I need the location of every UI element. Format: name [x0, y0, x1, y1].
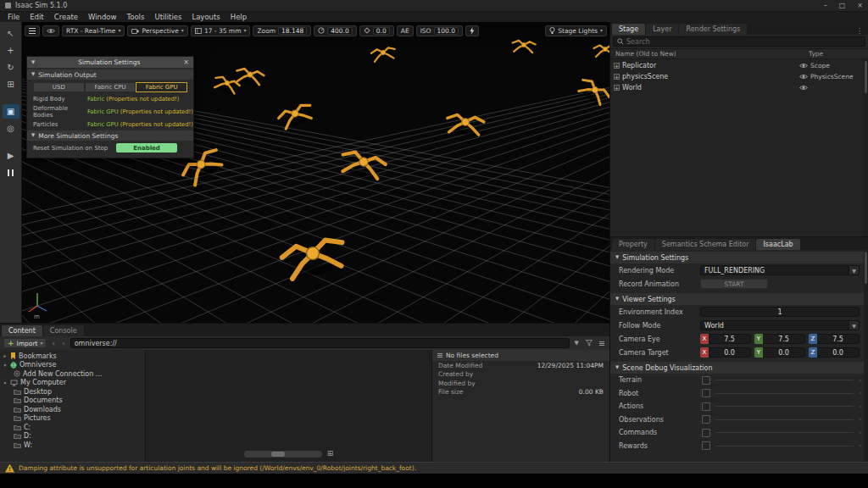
tree-item-bookmarks[interactable]: ▸ Bookmarks [0, 352, 145, 361]
search-box[interactable] [613, 36, 865, 47]
camera-eye-z[interactable]: 7.5 [817, 334, 860, 344]
stage-lights-dropdown[interactable]: Stage Lights ▾ [545, 25, 607, 36]
tree-item-d-drive[interactable]: D: [0, 432, 145, 441]
pause-button[interactable] [3, 165, 19, 180]
back-button[interactable]: ‹ [50, 339, 57, 347]
scrollbar-thumb[interactable] [865, 252, 867, 284]
stage-row-replicator[interactable]: + Replicator Scope [610, 60, 868, 71]
backend-usd[interactable]: USD [33, 82, 85, 92]
environment-index-field[interactable]: 1 [700, 307, 860, 317]
section-scene-debug-visualization[interactable]: ▼ Scene Debug Visualization [610, 362, 868, 374]
section-viewer-settings[interactable]: ▼ Viewer Settings [610, 293, 868, 305]
column-name[interactable]: Name (Old to New) [615, 50, 809, 58]
speed-control[interactable]: 400.0 [314, 25, 356, 36]
stage-row-world[interactable]: + World [610, 82, 868, 93]
expander-icon[interactable]: ▾ [3, 380, 8, 385]
import-button[interactable]: + Import ▾ [3, 338, 47, 348]
camera-target-x[interactable]: 0.0 [709, 347, 751, 358]
stage-row-physicsscene[interactable]: + physicsScene PhysicsScene [610, 71, 868, 82]
tree-item-my-computer[interactable]: ▾ My Computer [0, 379, 145, 388]
exposure-control[interactable]: 0.0 [359, 25, 394, 36]
stage-scrollbar[interactable] [864, 59, 868, 236]
zoom-control[interactable]: Zoom 18.148 [253, 25, 311, 36]
exposure-value[interactable]: 0.0 [373, 27, 390, 35]
path-input[interactable] [75, 340, 565, 347]
menu-create[interactable]: Create [49, 13, 83, 21]
renderer-dropdown[interactable]: RTX - Real-Time▾ [62, 25, 125, 36]
menu-edit[interactable]: Edit [25, 13, 48, 21]
iso-value[interactable]: 100.0 [434, 27, 459, 35]
minimize-button[interactable]: – [824, 2, 827, 9]
filter-icon[interactable] [584, 340, 594, 347]
viewport-menu-button[interactable] [25, 25, 40, 36]
section-simulation-settings[interactable]: ▼ Simulation Settings [610, 252, 868, 263]
backend-fabric-cpu[interactable]: Fabric CPU [85, 82, 136, 92]
start-button[interactable]: START [700, 279, 768, 289]
maximize-button[interactable]: □ [839, 2, 846, 9]
camera-target-y[interactable]: 0.0 [763, 347, 805, 358]
tab-content[interactable]: Content [2, 325, 42, 336]
menu-layouts[interactable]: Layouts [186, 13, 225, 21]
column-type[interactable]: Type [809, 50, 863, 58]
lens-dropdown[interactable]: 17 - 35 mm▾ [191, 25, 251, 36]
tab-property[interactable]: Property [612, 239, 654, 250]
chevron-down-icon[interactable]: ▼ [849, 266, 859, 274]
close-icon[interactable]: × [183, 58, 189, 66]
menu-utilities[interactable]: Utilities [149, 13, 186, 21]
tab-layer[interactable]: Layer [646, 24, 678, 35]
rendering-mode-dropdown[interactable]: FULL_RENDERING ▼ [700, 265, 860, 275]
path-bar[interactable] [70, 338, 570, 348]
expander-icon[interactable]: + [614, 74, 620, 80]
select-tool-button[interactable]: ↖ [3, 26, 19, 41]
enabled-toggle-button[interactable]: Enabled [116, 143, 177, 152]
visibility-button[interactable] [42, 25, 59, 36]
robot-checkbox[interactable] [702, 389, 710, 397]
observations-checkbox[interactable] [702, 415, 710, 424]
commands-checkbox[interactable] [702, 429, 710, 437]
tab-isaaclab[interactable]: IsaacLab [756, 239, 799, 250]
follow-mode-dropdown[interactable]: World ▼ [700, 320, 860, 330]
property-scrollbar[interactable] [864, 250, 868, 462]
menu-tools[interactable]: Tools [121, 13, 149, 21]
tree-item-w-drive[interactable]: W: [0, 441, 145, 450]
capture-button[interactable]: ▣ [3, 104, 19, 119]
menu-window[interactable]: Window [83, 13, 122, 21]
tree-item-downloads[interactable]: Downloads [0, 405, 145, 414]
expander-icon[interactable]: + [614, 63, 620, 69]
list-view-icon[interactable] [598, 343, 606, 344]
expander-icon[interactable]: ▾ [3, 363, 8, 368]
snap-tool-button[interactable]: ⊞ [3, 77, 19, 92]
record-button[interactable]: ◎ [3, 121, 19, 136]
camera-dropdown[interactable]: Perspective▾ [127, 25, 187, 36]
actions-checkbox[interactable] [702, 402, 710, 411]
tab-console[interactable]: Console [43, 325, 84, 336]
iso-control[interactable]: ISO 100.0 [416, 25, 463, 36]
move-tool-button[interactable]: + [3, 43, 19, 58]
chevron-down-icon[interactable]: ▼ [849, 321, 859, 330]
speed-value[interactable]: 400.0 [327, 27, 352, 35]
panel-header[interactable]: ▼ Simulation Settings × [27, 57, 193, 68]
tree-item-documents[interactable]: Documents [0, 396, 145, 406]
view-options-dropdown[interactable]: ▼ [573, 340, 581, 347]
tree-item-add-new-connection[interactable]: Add New Connection ... [0, 369, 145, 379]
tree-item-desktop[interactable]: Desktop [0, 387, 145, 396]
section-more-simulation-settings[interactable]: ▼ More Simulation Settings [27, 130, 193, 141]
panel-options-icon[interactable]: ⋮ [853, 27, 866, 35]
tab-render-settings[interactable]: Render Settings [679, 24, 747, 35]
tree-item-c-drive[interactable]: C: [0, 423, 145, 432]
section-simulation-output[interactable]: ▼ Simulation Output [27, 69, 193, 80]
menu-file[interactable]: File [3, 13, 25, 21]
visibility-eye-icon[interactable] [799, 74, 808, 80]
menu-help[interactable]: Help [225, 13, 252, 21]
ae-toggle[interactable]: AE [397, 25, 414, 36]
camera-eye-x[interactable]: 7.5 [709, 334, 751, 344]
expander-icon[interactable]: + [614, 85, 620, 91]
camera-eye-y[interactable]: 7.5 [763, 334, 805, 344]
expander-icon[interactable]: ▸ [3, 353, 8, 358]
scrollbar-thumb[interactable] [865, 61, 867, 93]
close-button[interactable]: × [857, 2, 863, 9]
viewport[interactable]: RTX - Real-Time▾ Perspective▾ 17 - 35 mm… [22, 22, 609, 323]
file-grid-area[interactable]: ⊞ [146, 350, 431, 462]
forward-button[interactable]: › [60, 339, 67, 347]
thumbnail-size-slider[interactable] [244, 451, 322, 458]
